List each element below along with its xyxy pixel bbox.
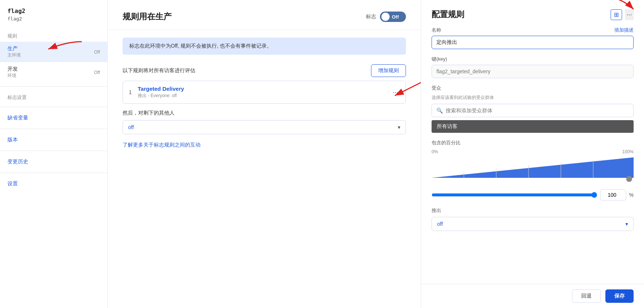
rollout-label: 推出 (432, 207, 634, 214)
app-subtitle: flag2 (0, 16, 107, 29)
rule-item-1: 1 Targeted Delivery 推出 - Everyone: off ·… (123, 81, 406, 104)
main-content: 规则用在生产 标志 Off 标志在此环境中为Off, 规则不会被执行, 也不会有… (108, 0, 421, 308)
back-button[interactable]: 回退 (572, 289, 601, 303)
columns-icon: ⊞ (614, 12, 619, 18)
sidebar-item-production[interactable]: 生产 主环境 Off (0, 42, 107, 62)
divider-3 (0, 129, 107, 129)
sidebar-item-production-label: 生产 (7, 45, 21, 52)
name-input[interactable] (432, 36, 634, 49)
toggle-value: Off (392, 14, 399, 20)
toggle-group: 标志 Off (366, 12, 406, 22)
svg-marker-3 (432, 157, 634, 178)
rule-list: 1 Targeted Delivery 推出 - Everyone: off ·… (108, 81, 421, 104)
percentage-label: 包含的百分比 (432, 139, 634, 146)
sidebar: flag2 flag2 规则 生产 主环境 Off 开发 环境 Off (0, 0, 108, 308)
name-field-group: 名称 填加描述 (432, 27, 634, 49)
then-dropdown-value: off (128, 124, 134, 130)
percentage-range: 0% 100% (432, 149, 634, 154)
slider-container (432, 157, 634, 186)
bottom-bar: 回退 保存 (421, 284, 644, 308)
divider-1 (0, 86, 107, 87)
sidebar-item-dev[interactable]: 开发 环境 Off (0, 62, 107, 83)
toggle-switch[interactable]: Off (380, 12, 406, 22)
rules-section-title: 以下规则将对所有访客进行评估 (123, 67, 195, 74)
columns-button[interactable]: ⊞ (611, 9, 622, 20)
then-section: 然后，对剩下的其他人 off ▾ (108, 104, 421, 138)
key-field-group: 键(key) (432, 56, 634, 78)
percentage-slider[interactable] (432, 192, 597, 198)
key-label: 键(key) (432, 56, 634, 62)
percentage-chart (432, 157, 634, 178)
right-panel: 配置规则 ⊞ ··· 名称 填加描述 (421, 0, 644, 308)
audience-tag-all-visitors: 所有访客 (432, 120, 634, 133)
divider-2 (0, 107, 107, 107)
sidebar-item-version[interactable]: 版本 (0, 133, 107, 147)
sidebar-item-dev-label: 开发 (7, 66, 18, 73)
sidebar-item-default-var[interactable]: 缺省变量 (0, 111, 107, 125)
more-options-button[interactable]: ··· (625, 9, 634, 20)
audience-search-input[interactable] (446, 108, 629, 113)
save-button[interactable]: 保存 (605, 289, 634, 303)
production-badge: Off (94, 49, 100, 55)
percentage-max: 100% (622, 149, 634, 154)
app-title: flag2 (0, 7, 107, 16)
alert-banner: 标志在此环境中为Off, 规则不会被执行, 也不会有事件被记录。 (123, 38, 406, 55)
right-panel-actions: ⊞ ··· (611, 9, 634, 20)
slider-thumb[interactable] (626, 176, 632, 182)
dots-icon: ··· (627, 11, 632, 18)
name-field-row: 名称 填加描述 (432, 27, 634, 33)
slider-input-row: % (432, 189, 634, 200)
rollout-value: off (437, 221, 443, 227)
right-panel-header: 配置规则 ⊞ ··· (432, 9, 634, 20)
audience-search-wrap[interactable]: 🔍 (432, 104, 634, 117)
key-input (432, 65, 634, 78)
rule-desc-1: 推出 - Everyone: off (138, 93, 391, 99)
divider-5 (0, 173, 107, 173)
add-description-link[interactable]: 填加描述 (614, 27, 634, 33)
rule-name-1: Targeted Delivery (138, 86, 391, 92)
toggle-label: 标志 (366, 13, 376, 20)
flag-settings-label: 标志设置 (0, 90, 107, 103)
audience-section: 受众 选择应该看到此试验的受众群体 🔍 所有访客 (432, 85, 634, 133)
audience-label: 受众 (432, 85, 634, 92)
rule-info-1: Targeted Delivery 推出 - Everyone: off (138, 86, 391, 99)
audience-sublabel: 选择应该看到此试验的受众群体 (432, 94, 634, 101)
toggle-circle (381, 13, 390, 21)
rollout-section: 推出 off ▾ (432, 207, 634, 231)
sidebar-item-dev-env: 环境 (7, 73, 18, 79)
then-dropdown[interactable]: off ▾ (123, 120, 406, 134)
rollout-select[interactable]: off ▾ (432, 217, 634, 231)
learn-more-link[interactable]: 了解更多关于标志规则之间的互动 (108, 138, 421, 156)
add-rule-button[interactable]: 增加规则 (371, 64, 406, 77)
rollout-chevron-icon: ▾ (625, 221, 628, 227)
rules-section-header: 以下规则将对所有访客进行评估 增加规则 (108, 58, 421, 81)
sidebar-item-settings[interactable]: 设置 (0, 177, 107, 191)
name-label: 名称 (432, 27, 441, 33)
percentage-number-input[interactable] (600, 189, 626, 200)
percent-sign: % (629, 192, 634, 198)
percentage-section: 包含的百分比 0% 100% % (432, 139, 634, 200)
dev-badge: Off (94, 70, 100, 75)
then-label: 然后，对剩下的其他人 (123, 110, 406, 116)
rule-menu-button-1[interactable]: ··· (391, 87, 400, 98)
main-header: 规则用在生产 标志 Off (108, 0, 421, 30)
main-title: 规则用在生产 (123, 11, 172, 22)
right-panel-title: 配置规则 (432, 9, 464, 20)
rule-number-1: 1 (129, 89, 132, 95)
divider-4 (0, 151, 107, 151)
sidebar-item-change-history[interactable]: 变更历史 (0, 155, 107, 169)
bottom-spacer (432, 238, 634, 260)
percentage-min: 0% (432, 149, 438, 154)
section-rules-label: 规则 (0, 29, 107, 42)
sidebar-item-production-env: 主环境 (7, 52, 21, 58)
search-icon: 🔍 (436, 108, 443, 113)
chevron-down-icon: ▾ (398, 124, 400, 130)
